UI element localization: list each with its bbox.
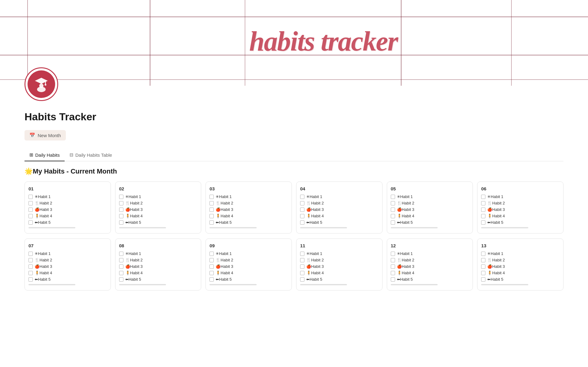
habit-checkbox[interactable] (28, 277, 33, 282)
habit-checkbox[interactable] (391, 277, 395, 282)
habit-checkbox[interactable] (300, 271, 304, 275)
habit-item: 🍎Habit 3 (119, 207, 198, 212)
habit-label: 🧍Habit 4 (397, 214, 414, 218)
habit-item: 🧍Habit 4 (28, 271, 107, 275)
habit-checkbox[interactable] (300, 201, 304, 205)
habit-checkbox[interactable] (119, 258, 123, 262)
habit-checkbox[interactable] (209, 214, 214, 218)
habit-checkbox[interactable] (300, 208, 304, 212)
habit-checkbox[interactable] (209, 201, 214, 205)
habit-checkbox[interactable] (300, 220, 304, 225)
habit-checkbox[interactable] (28, 271, 33, 275)
habit-checkbox[interactable] (391, 214, 395, 218)
habit-item: ⬅Habit 5 (481, 220, 560, 225)
habit-item: 🧍Habit 4 (209, 271, 288, 275)
habit-item: ⬅Habit 5 (300, 277, 379, 282)
habit-checkbox[interactable] (209, 252, 214, 256)
habit-checkbox[interactable] (28, 220, 33, 225)
habit-checkbox[interactable] (481, 258, 485, 262)
habit-checkbox[interactable] (119, 214, 123, 218)
habit-checkbox[interactable] (28, 195, 33, 199)
tab-daily-habits-table[interactable]: ⊟ Daily Habits Table (65, 149, 117, 161)
habit-label: 🍎Habit 3 (35, 264, 52, 269)
habit-checkbox[interactable] (119, 271, 123, 275)
habit-checkbox[interactable] (391, 271, 395, 275)
habit-checkbox[interactable] (209, 277, 214, 282)
habit-checkbox[interactable] (300, 264, 304, 269)
card-scroll-indicator (28, 227, 75, 228)
day-number: 03 (209, 186, 288, 191)
habit-checkbox[interactable] (209, 208, 214, 212)
habit-label: ✳Habit 1 (125, 194, 141, 199)
habit-item: ✳Habit 1 (481, 251, 560, 256)
habit-item: ⬅Habit 5 (119, 220, 198, 225)
habit-checkbox[interactable] (300, 258, 304, 262)
habit-item: 🧍Habit 4 (481, 271, 560, 275)
habit-checkbox[interactable] (300, 252, 304, 256)
habit-checkbox[interactable] (28, 252, 33, 256)
habit-checkbox[interactable] (28, 258, 33, 262)
section-header: 🌟My Habits - Current Month (24, 167, 564, 175)
habit-checkbox[interactable] (481, 214, 485, 218)
card-scroll-indicator (481, 227, 528, 228)
habit-checkbox[interactable] (28, 214, 33, 218)
habit-checkbox[interactable] (481, 252, 485, 256)
habit-checkbox[interactable] (391, 201, 395, 205)
habit-label: 🧍Habit 4 (35, 214, 52, 218)
habit-label: ✳Habit 1 (216, 251, 232, 256)
habit-label: 🧍Habit 4 (216, 214, 233, 218)
habit-checkbox[interactable] (209, 264, 214, 269)
habit-checkbox[interactable] (119, 252, 123, 256)
habit-checkbox[interactable] (28, 264, 33, 269)
habit-checkbox[interactable] (300, 277, 304, 282)
habit-checkbox[interactable] (481, 264, 485, 269)
habit-label: 🍎Habit 3 (216, 207, 233, 212)
habit-checkbox[interactable] (119, 208, 123, 212)
day-number: 02 (119, 186, 198, 191)
habit-label: 🍎Habit 3 (125, 207, 143, 212)
habit-checkbox[interactable] (28, 201, 33, 205)
habit-checkbox[interactable] (391, 195, 395, 199)
habit-checkbox[interactable] (119, 201, 123, 205)
habit-checkbox[interactable] (391, 220, 395, 225)
habit-checkbox[interactable] (300, 214, 304, 218)
habit-checkbox[interactable] (300, 195, 304, 199)
card-scroll-indicator (300, 227, 347, 228)
habit-checkbox[interactable] (119, 277, 123, 282)
habit-item: ⬅Habit 5 (300, 220, 379, 225)
tab-daily-habits[interactable]: ⊞ Daily Habits (24, 149, 65, 161)
habit-checkbox[interactable] (209, 220, 214, 225)
habit-label: ✳Habit 1 (487, 251, 503, 256)
habit-checkbox[interactable] (119, 195, 123, 199)
habit-item: ⬅Habit 5 (209, 277, 288, 282)
habit-checkbox[interactable] (481, 277, 485, 282)
habit-checkbox[interactable] (209, 271, 214, 275)
habit-item: 🍎Habit 3 (300, 207, 379, 212)
habit-checkbox[interactable] (209, 195, 214, 199)
habit-checkbox[interactable] (481, 271, 485, 275)
habit-checkbox[interactable] (391, 252, 395, 256)
avatar-inner (28, 70, 55, 98)
habit-label: 🍴Habit 2 (487, 201, 505, 205)
habit-label: 🍴Habit 2 (35, 201, 52, 205)
habit-label: 🧍Habit 4 (125, 271, 143, 275)
habit-label: ⬅Habit 5 (487, 277, 503, 282)
habit-checkbox[interactable] (391, 264, 395, 269)
habit-item: ✳Habit 1 (209, 194, 288, 199)
habit-checkbox[interactable] (481, 208, 485, 212)
habit-checkbox[interactable] (119, 220, 123, 225)
habit-checkbox[interactable] (481, 220, 485, 225)
habit-checkbox[interactable] (391, 258, 395, 262)
habit-checkbox[interactable] (209, 258, 214, 262)
habit-item: 🍎Habit 3 (209, 207, 288, 212)
habit-label: 🍴Habit 2 (125, 258, 143, 262)
habit-checkbox[interactable] (481, 195, 485, 199)
habit-checkbox[interactable] (481, 201, 485, 205)
habit-label: 🍴Habit 2 (306, 201, 324, 205)
graduation-icon (32, 75, 51, 94)
habit-item: 🧍Habit 4 (391, 271, 469, 275)
habit-checkbox[interactable] (391, 208, 395, 212)
new-month-button[interactable]: 📅 New Month (24, 130, 66, 140)
habit-checkbox[interactable] (119, 264, 123, 269)
habit-checkbox[interactable] (28, 208, 33, 212)
